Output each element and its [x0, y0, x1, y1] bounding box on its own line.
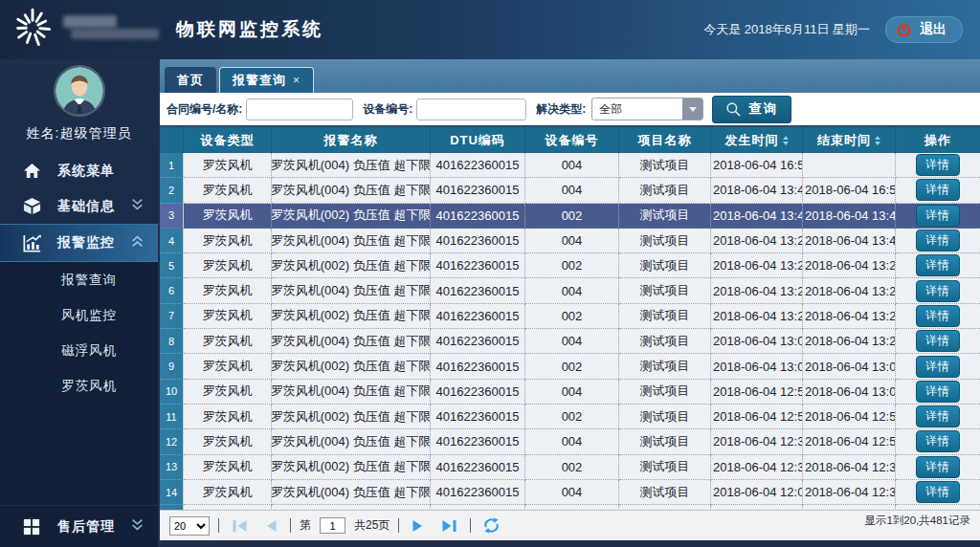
- device-number-input[interactable]: [416, 98, 526, 120]
- detail-button[interactable]: 详情: [916, 254, 960, 276]
- contract-input[interactable]: [246, 98, 353, 120]
- row-number: 8: [160, 329, 184, 354]
- company-name-redacted: [63, 15, 159, 44]
- table-row[interactable]: 2 罗茨风机 罗茨风机(004) 负压值 超下限 401622360015 00…: [160, 178, 980, 203]
- sidebar-item-maglev-fan[interactable]: 磁浮风机: [0, 333, 158, 368]
- cell-end-time: [803, 153, 896, 178]
- cell-dtu-code: 401622360015: [431, 253, 525, 278]
- main-content: 首页 报警查询 × 合同编号/名称: 设备编号: 解决类型: 全部: [158, 59, 980, 547]
- refresh-button[interactable]: [479, 517, 503, 534]
- detail-button[interactable]: 详情: [916, 305, 960, 327]
- tab-home[interactable]: 首页: [165, 67, 216, 93]
- table-row[interactable]: 9 罗茨风机 罗茨风机(002) 负压值 超下限 401622360015 00…: [160, 354, 980, 379]
- detail-button[interactable]: 详情: [916, 356, 960, 378]
- detail-button[interactable]: 详情: [916, 280, 960, 302]
- table-row[interactable]: 14 罗茨风机 罗茨风机(004) 负压值 超下限 401622360015 0…: [160, 480, 980, 505]
- table-row[interactable]: 3 罗茨风机 罗茨风机(002) 负压值 超下限 401622360015 00…: [160, 204, 980, 229]
- detail-button[interactable]: 详情: [916, 330, 960, 352]
- detail-button[interactable]: 详情: [916, 205, 960, 227]
- chevron-down-icon: [130, 517, 145, 536]
- sidebar-item-aftersales[interactable]: 售后管理: [0, 505, 158, 547]
- table-row[interactable]: 10 罗茨风机 罗茨风机(004) 负压值 超下限 401622360015 0…: [160, 380, 980, 405]
- tab-alarm-query[interactable]: 报警查询 ×: [219, 67, 314, 93]
- query-button[interactable]: 查询: [712, 96, 791, 123]
- col-start-time[interactable]: 发生时间: [711, 127, 803, 153]
- detail-button[interactable]: 详情: [916, 381, 960, 403]
- cell-end-time: 2018-06-04 12:3: [803, 480, 896, 505]
- cell-end-time: 2018-06-04 13:0: [803, 380, 896, 405]
- logout-button[interactable]: 退出: [885, 16, 963, 43]
- detail-button[interactable]: 详情: [916, 405, 960, 427]
- cell-actions: 详情: [896, 178, 980, 203]
- cell-start-time: 2018-06-04 12:5: [711, 380, 803, 405]
- detail-button[interactable]: 详情: [916, 230, 960, 252]
- cell-dtu-code: 401622360015: [431, 405, 525, 429]
- cell-end-time: 2018-06-04 13:2: [803, 329, 896, 354]
- solution-type-select[interactable]: 全部: [591, 98, 703, 120]
- col-device-type: 设备类型: [184, 127, 272, 153]
- detail-button[interactable]: 详情: [916, 481, 960, 503]
- cell-device-number: 004: [525, 429, 619, 454]
- page-number-input[interactable]: [320, 517, 345, 534]
- row-number: 10: [160, 380, 184, 405]
- table-row[interactable]: 6 罗茨风机 罗茨风机(004) 负压值 超下限 401622360015 00…: [160, 278, 980, 303]
- sidebar-submenu: 报警查询 风机监控 磁浮风机 罗茨风机 售后管理: [0, 262, 158, 547]
- cell-end-time: 2018-06-04 13:2: [803, 278, 896, 303]
- first-page-button[interactable]: [228, 518, 252, 534]
- cell-start-time: 2018-06-04 12:3: [711, 429, 803, 454]
- sort-icon[interactable]: [783, 136, 789, 145]
- cell-start-time: 2018-06-04 13:2: [711, 278, 803, 303]
- table-row[interactable]: 8 罗茨风机 罗茨风机(004) 负压值 超下限 401622360015 00…: [160, 329, 980, 354]
- sidebar-item-alarm-monitor[interactable]: 报警监控: [0, 224, 158, 262]
- page-size-select[interactable]: 20: [169, 516, 210, 536]
- detail-button[interactable]: 详情: [916, 179, 960, 201]
- cell-alarm-name: 罗茨风机(002) 负压值 超下限: [272, 253, 431, 278]
- table-row[interactable]: 1 罗茨风机 罗茨风机(004) 负压值 超下限 401622360015 00…: [160, 153, 980, 178]
- row-number: 3: [160, 204, 184, 229]
- select-value: 全部: [592, 98, 682, 120]
- detail-button[interactable]: 详情: [916, 430, 960, 452]
- sidebar-item-alarm-query[interactable]: 报警查询: [0, 262, 158, 297]
- cell-project-name: 测试项目: [619, 204, 711, 229]
- table-row[interactable]: 5 罗茨风机 罗茨风机(002) 负压值 超下限 401622360015 00…: [160, 253, 980, 278]
- col-end-time[interactable]: 结束时间: [803, 127, 896, 153]
- table-row[interactable]: 13 罗茨风机 罗茨风机(002) 负压值 超下限 401622360015 0…: [160, 455, 980, 480]
- pagination-bar: 20 第 共25页: [160, 510, 980, 540]
- row-number: 1: [160, 153, 184, 178]
- detail-button[interactable]: 详情: [916, 456, 960, 478]
- previous-page-button[interactable]: [260, 518, 281, 534]
- cell-alarm-name: 罗茨风机(004) 负压值 超下限: [272, 178, 431, 203]
- table-row[interactable]: 7 罗茨风机 罗茨风机(002) 负压值 超下限 401622360015 00…: [160, 304, 980, 329]
- table-row[interactable]: 12 罗茨风机 罗茨风机(004) 负压值 超下限 401622360015 0…: [160, 429, 980, 454]
- sort-icon[interactable]: [875, 136, 880, 145]
- table-row[interactable]: 11 罗茨风机 罗茨风机(002) 负压值 超下限 401622360015 0…: [160, 405, 980, 429]
- detail-button[interactable]: 详情: [916, 154, 960, 176]
- last-page-button[interactable]: [437, 518, 461, 534]
- cell-end-time: 2018-06-04 12:5: [803, 429, 896, 454]
- select-dropdown-button[interactable]: [682, 98, 702, 120]
- cell-device-type: 罗茨风机: [184, 354, 272, 379]
- close-icon[interactable]: ×: [293, 74, 301, 87]
- cell-project-name: 测试项目: [619, 253, 711, 278]
- cell-device-number: 002: [525, 405, 619, 429]
- next-page-button[interactable]: [408, 518, 429, 534]
- cell-device-type: 罗茨风机: [184, 178, 272, 203]
- cell-alarm-name: 罗茨风机(004) 负压值 超下限: [272, 153, 431, 178]
- cell-actions: 详情: [896, 480, 980, 505]
- sidebar-item-system-menu[interactable]: 系统菜单: [0, 153, 158, 188]
- chevron-up-icon: [130, 234, 145, 252]
- cell-alarm-name: 罗茨风机(002) 负压值 超下限: [272, 304, 431, 329]
- sidebar-item-fan-monitor[interactable]: 风机监控: [0, 297, 158, 333]
- cell-end-time: 2018-06-04 13:2: [803, 253, 896, 278]
- sidebar-item-basic-info[interactable]: 基础信息: [0, 188, 158, 224]
- cell-device-number: 004: [525, 480, 619, 505]
- cell-end-time: 2018-06-04 13:0: [803, 354, 896, 379]
- cell-device-type: 罗茨风机: [184, 429, 272, 454]
- table-row[interactable]: 4 罗茨风机 罗茨风机(004) 负压值 超下限 401622360015 00…: [160, 229, 980, 253]
- cell-alarm-name: 罗茨风机(004) 负压值 超下限: [272, 278, 431, 303]
- cell-start-time: 2018-06-04 13:2: [711, 253, 803, 278]
- cell-device-number: 002: [525, 204, 619, 229]
- cell-alarm-name: 罗茨风机(004) 负压值 超下限: [272, 480, 431, 505]
- sidebar-item-roots-fan[interactable]: 罗茨风机: [0, 368, 158, 404]
- cell-dtu-code: 401622360015: [431, 204, 525, 229]
